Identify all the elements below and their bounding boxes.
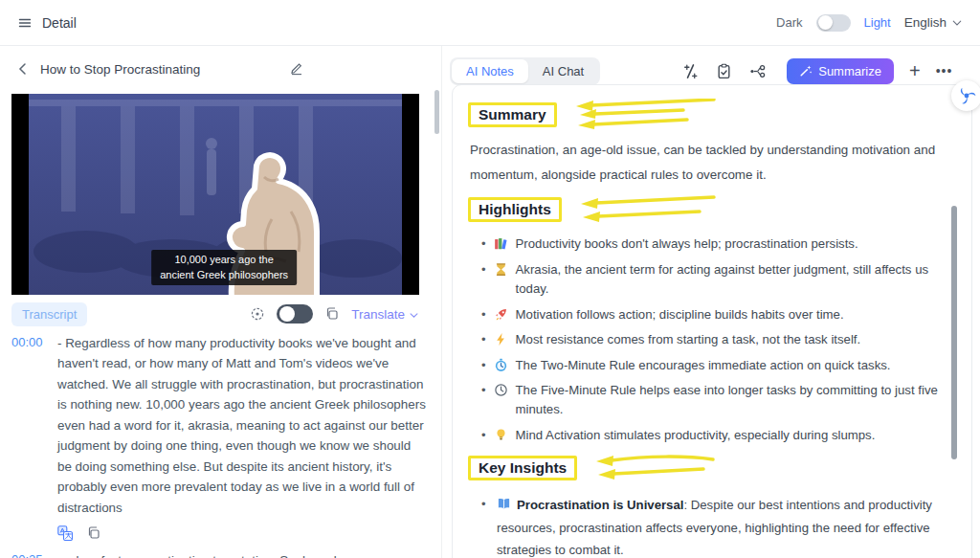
transcript-timestamp[interactable]: 00:25 (11, 550, 48, 558)
theme-toggle-knob (818, 15, 833, 30)
notes-panel: AI Notes AI Chat Summarize + ••• Summary (442, 46, 980, 558)
bullet-dot: • (481, 260, 486, 279)
tab-group: AI Notes AI Chat (450, 57, 600, 85)
annotation-arrows (590, 454, 734, 482)
autoscroll-icon[interactable] (250, 306, 265, 322)
summary-heading-row: Summary (468, 99, 956, 131)
transcript-entry-actions (57, 525, 427, 541)
annotation-box: Highlights (468, 197, 562, 222)
notes-scrollbar[interactable] (951, 206, 957, 459)
language-selector[interactable]: English (904, 15, 963, 30)
video-title: How to Stop Procrastinating (40, 62, 200, 77)
highlight-text: Akrasia, the ancient term for acting aga… (516, 260, 956, 300)
highlight-text: Most resistance comes from starting a ta… (516, 330, 861, 349)
bullet-dot: • (481, 495, 486, 514)
highlight-text: Mind Activation stimulates productivity,… (516, 426, 876, 445)
bullet-dot: • (481, 381, 486, 400)
translate-dropdown[interactable]: Translate (351, 307, 419, 322)
transcript-toggle-knob (279, 306, 295, 322)
highlight-text: The Five-Minute Rule helps ease into lon… (516, 381, 956, 420)
lightning-icon (494, 332, 508, 346)
transcript-entry: 00:00- Regardless of how many productivi… (11, 333, 427, 518)
sidebar-toggle-icon[interactable] (17, 15, 33, 31)
copy-icon[interactable] (324, 306, 340, 322)
transcript-list[interactable]: 00:00- Regardless of how many productivi… (11, 333, 427, 558)
clipboard-check-icon[interactable] (716, 63, 732, 79)
app-window: Detail Dark Light English How to Stop Pr… (0, 0, 980, 558)
spiral-icon (956, 85, 977, 106)
share-nodes-icon[interactable] (749, 63, 766, 79)
highlight-text: Productivity books don't always help; pr… (516, 234, 858, 254)
page-title: Detail (42, 15, 77, 31)
key-insights-heading: Key Insights (479, 459, 567, 476)
more-options-button[interactable]: ••• (936, 63, 953, 78)
rocket-icon (494, 307, 508, 322)
highlight-item: •Mind Activation stimulates productivity… (468, 423, 956, 448)
dark-label: Dark (776, 15, 802, 30)
language-label: English (904, 15, 947, 30)
highlights-list: •Productivity books don't always help; p… (468, 232, 956, 448)
translate-icon[interactable] (57, 525, 73, 541)
highlight-text: The Two-Minute Rule encourages immediate… (516, 356, 891, 375)
copy-icon[interactable] (86, 525, 101, 541)
bullet-dot: • (481, 234, 486, 254)
video-frame: 10,000 years ago the ancient Greek philo… (29, 94, 402, 295)
bullet-dot: • (481, 305, 486, 324)
transcript-scrollbar[interactable] (434, 90, 439, 134)
transcript-text: and perfect procrastination temptation. … (57, 550, 427, 558)
key-insights-heading-row: Key Insights (468, 454, 956, 482)
transcript-timestamp[interactable]: 00:00 (11, 333, 48, 518)
highlight-text: Motivation follows action; discipline bu… (516, 305, 844, 324)
transcript-tab[interactable]: Transcript (11, 302, 87, 326)
tab-ai-chat[interactable]: AI Chat (528, 59, 598, 83)
transcript-controls: Transcript Translate (11, 301, 419, 327)
video-panel: How to Stop Procrastinating (0, 46, 442, 558)
video-player[interactable]: 10,000 years ago the ancient Greek philo… (11, 94, 419, 295)
hourglass-icon (494, 262, 508, 277)
wand-icon (799, 64, 813, 78)
chevron-down-icon (951, 17, 963, 29)
bulb-icon (494, 428, 508, 442)
annotation-arrows (570, 99, 733, 131)
notes-toolbar: AI Notes AI Chat Summarize + ••• (450, 56, 970, 86)
transcript-text: - Regardless of how many productivity bo… (57, 333, 427, 518)
summary-text: Procrastination, an age-old issue, can b… (470, 138, 954, 188)
doc-header: How to Stop Procrastinating (0, 46, 441, 92)
key-insight-text: Procrastination is Universal: Despite ou… (497, 498, 932, 557)
back-button[interactable] (15, 61, 31, 77)
light-label: Light (864, 15, 891, 30)
highlight-item: •The Two-Minute Rule encourages immediat… (468, 353, 956, 378)
transcript-toggle[interactable] (277, 304, 313, 324)
books-icon (494, 236, 508, 251)
tab-ai-notes[interactable]: AI Notes (452, 59, 528, 83)
summary-heading: Summary (479, 106, 546, 123)
highlight-item: •Most resistance comes from starting a t… (468, 327, 956, 352)
key-insight-item: •Procrastination is Universal: Despite o… (468, 490, 956, 558)
highlight-item: •Motivation follows action; discipline b… (468, 302, 956, 327)
top-bar: Detail Dark Light English (0, 0, 980, 46)
annotation-box: Summary (468, 102, 557, 127)
key-insights-list: •Procrastination is Universal: Despite o… (468, 490, 956, 558)
book-open-icon (497, 496, 511, 510)
video-subtitle: 10,000 years ago the ancient Greek philo… (151, 250, 297, 285)
highlight-item: •Productivity books don't always help; p… (468, 232, 956, 257)
theme-toggle[interactable] (816, 14, 851, 32)
bullet-dot: • (481, 356, 486, 375)
summarize-button[interactable]: Summarize (787, 58, 894, 84)
transcript-entry: 00:25and perfect procrastination temptat… (11, 550, 427, 558)
highlights-heading: Highlights (479, 201, 551, 217)
ai-notes-card: Summary Procrastination, an age-old issu… (452, 84, 972, 558)
chevron-down-icon (409, 309, 419, 320)
add-note-button[interactable]: + (909, 61, 921, 80)
annotation-box: Key Insights (468, 456, 577, 480)
highlight-item: •The Five-Minute Rule helps ease into lo… (468, 378, 956, 423)
sparkle-slash-icon[interactable] (682, 63, 699, 79)
highlights-heading-row: Highlights (468, 195, 956, 224)
bullet-dot: • (481, 330, 486, 349)
sider-logo[interactable] (951, 80, 980, 111)
annotation-arrows (575, 195, 728, 224)
clock-blue-icon (494, 358, 508, 372)
edit-title-icon[interactable] (289, 60, 304, 76)
clock-outline-icon (494, 383, 508, 397)
highlight-item: •Akrasia, the ancient term for acting ag… (468, 257, 956, 302)
